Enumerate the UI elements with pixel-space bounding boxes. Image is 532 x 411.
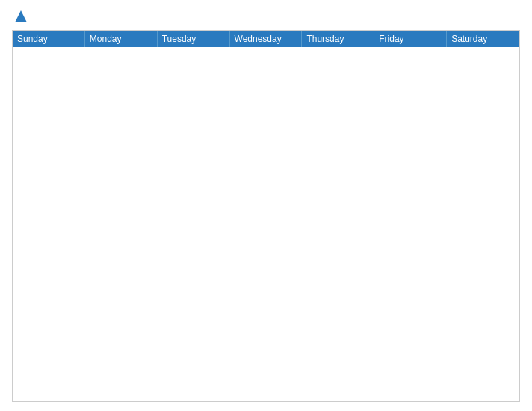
day-headers: SundayMondayTuesdayWednesdayThursdayFrid… [13,31,519,47]
svg-marker-0 [15,10,27,22]
day-header-monday: Monday [85,31,158,47]
day-header-wednesday: Wednesday [230,31,303,47]
weeks-container [13,47,519,401]
calendar-grid: SundayMondayTuesdayWednesdayThursdayFrid… [12,30,520,402]
logo [12,9,28,24]
day-header-friday: Friday [374,31,447,47]
day-header-saturday: Saturday [447,31,519,47]
day-header-tuesday: Tuesday [158,31,230,47]
header [12,9,520,24]
logo-icon [13,9,28,24]
calendar-page: SundayMondayTuesdayWednesdayThursdayFrid… [0,0,532,411]
day-header-thursday: Thursday [302,31,374,47]
day-header-sunday: Sunday [13,31,85,47]
